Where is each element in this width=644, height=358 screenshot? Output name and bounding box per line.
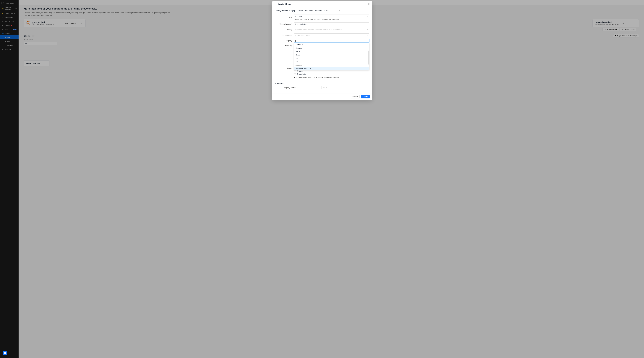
property-dropdown: LanguageLifecycleNameNotesProductTier Ap… [294,43,370,68]
type-helper: Verifies that a service property is set … [294,18,370,20]
text-cursor [296,40,332,42]
filter-label: Filter [286,29,290,31]
modal-overlay: ← Create Check ✕ Creating check for cate… [0,0,644,68]
property-select[interactable]: ▴ [294,39,370,42]
chevron-down-icon: ▾ [312,10,313,11]
info-icon: ? [290,45,292,46]
status-label: Status [287,67,292,68]
dropdown-item-tier[interactable]: Tier [294,60,370,63]
chevron-down-icon: ▾ [367,34,368,36]
dropdown-item-supported-platforms[interactable]: Supported Platforms [294,67,370,68]
chevron-down-icon: ▾ [367,15,368,17]
level-select[interactable]: Silver▾ [323,9,341,12]
dropdown-group: Application [294,63,370,67]
scrollbar[interactable] [368,50,369,65]
property-label: Property [286,40,292,42]
info-icon: ? [290,23,292,25]
dropdown-item-notes[interactable]: Notes [294,53,370,57]
owner-select[interactable]: Please select a team▾ [294,33,370,37]
dropdown-item-name[interactable]: Name [294,50,370,53]
close-icon[interactable]: ✕ [368,3,370,5]
type-select[interactable]: Property▾ [294,14,370,18]
create-check-modal: ← Create Check ✕ Creating check for cate… [272,1,372,68]
creating-for-label: Creating check for category [275,10,295,11]
chevron-down-icon: ▾ [367,29,368,30]
and-level-label: and level [315,10,322,11]
back-icon[interactable]: ← [274,3,276,5]
info-icon: ? [290,29,292,31]
category-select[interactable]: Service Ownership▾ [296,9,314,12]
dropdown-item-lifecycle[interactable]: Lifecycle [294,46,370,50]
modal-title: Create Check [278,3,291,5]
check-name-input[interactable]: Property Defined [294,22,370,26]
type-label: Type [288,16,292,18]
dropdown-item-language[interactable]: Language [294,43,370,46]
check-owner-label: Check Owner [282,34,292,36]
chevron-up-icon: ▴ [367,40,368,41]
check-name-label: Check Name [280,23,290,25]
filter-select[interactable]: When no filter is selected, this check a… [294,28,370,31]
notes-label: Notes [285,44,290,46]
dropdown-item-product[interactable]: Product [294,57,370,60]
chevron-down-icon: ▾ [339,10,340,11]
